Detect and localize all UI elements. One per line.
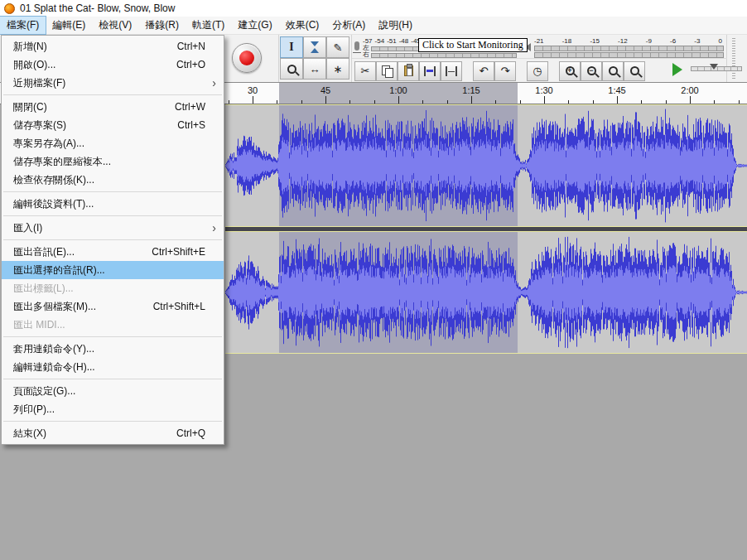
file-menu-item[interactable]: 檢查依存關係(K)... bbox=[2, 171, 224, 189]
silence-button[interactable] bbox=[441, 61, 462, 81]
ruler-tick bbox=[301, 100, 302, 104]
toolbar-grip[interactable] bbox=[732, 38, 735, 80]
menu-item-shortcut: Ctrl+N bbox=[177, 41, 205, 52]
ruler-tick bbox=[617, 96, 618, 104]
ruler-tick bbox=[641, 100, 642, 104]
playback-speed-slider[interactable] bbox=[691, 66, 742, 71]
menu-item-label: 開啟(O)... bbox=[13, 58, 55, 72]
menubar-item[interactable]: 建立(G) bbox=[231, 17, 278, 34]
file-menu-item[interactable]: 編輯後設資料(T)... bbox=[2, 195, 224, 213]
file-menu-item[interactable]: 編輯連鎖命令(H)... bbox=[2, 358, 224, 376]
audacity-logo-icon bbox=[4, 3, 15, 14]
paste-button[interactable] bbox=[398, 61, 419, 81]
zoom-out-button[interactable]: − bbox=[581, 61, 602, 81]
menubar-item[interactable]: 檢視(V) bbox=[92, 17, 138, 34]
menubar-item[interactable]: 播錄(R) bbox=[138, 17, 186, 34]
file-menu-item[interactable]: 儲存專案的壓縮複本... bbox=[2, 152, 224, 171]
ruler-tick-label: 45 bbox=[320, 85, 330, 95]
silence-icon bbox=[446, 66, 457, 76]
zoom-sign-label: − bbox=[589, 67, 593, 75]
selection-tool-icon: I bbox=[289, 41, 293, 53]
zoom-selection-button[interactable] bbox=[602, 61, 624, 81]
toolbar-spacer bbox=[516, 70, 526, 71]
zoom-fit-button[interactable] bbox=[624, 61, 645, 81]
file-menu-item[interactable]: 儲存專案(S)Ctrl+S bbox=[2, 116, 224, 134]
meter-scale-label: -9 bbox=[646, 37, 652, 45]
menu-separator bbox=[3, 379, 222, 379]
timeshift-tool-icon: ↔ bbox=[310, 64, 320, 75]
monitoring-tooltip[interactable]: Click to Start Monitoring bbox=[418, 38, 528, 52]
window-title: 01 Splat the Cat- Blow, Snow, Blow bbox=[20, 2, 175, 14]
ruler-tick-label: 30 bbox=[248, 85, 258, 95]
menu-separator bbox=[3, 215, 222, 216]
output-meter: -21-18-15-12-9-6-30 bbox=[523, 36, 725, 58]
menu-item-label: 列印(P)... bbox=[13, 403, 55, 417]
zoom-tool-button[interactable] bbox=[280, 58, 303, 80]
multi-tool-button[interactable]: ∗ bbox=[326, 58, 349, 80]
copy-button[interactable] bbox=[376, 61, 398, 81]
toolbar-spacer bbox=[462, 70, 472, 71]
menu-item-shortcut: Ctrl+O bbox=[176, 59, 205, 70]
menubar-item[interactable]: 檔案(F) bbox=[0, 17, 46, 34]
meter-scale-label: -48 bbox=[399, 37, 409, 45]
record-button[interactable] bbox=[232, 43, 262, 73]
track-2-waveform[interactable] bbox=[225, 232, 747, 353]
meter-scale-label: -54 bbox=[375, 37, 385, 45]
file-menu-item: 匯出標籤(L)... bbox=[2, 279, 224, 297]
edit-toolbar: ✂↶↷◷+− bbox=[354, 60, 644, 81]
play-at-speed-button[interactable] bbox=[672, 63, 682, 76]
ruler-tick bbox=[495, 100, 496, 104]
file-menu-item[interactable]: 匯出音訊(E)...Ctrl+Shift+E bbox=[2, 243, 224, 261]
menubar-item[interactable]: 分析(A) bbox=[325, 17, 372, 34]
tools-toolbar: I✎↔∗ bbox=[280, 36, 349, 80]
ruler-tick bbox=[253, 96, 253, 104]
menubar-item[interactable]: 編輯(E) bbox=[46, 17, 92, 34]
file-menu-item[interactable]: 列印(P)... bbox=[2, 400, 224, 418]
cut-button[interactable]: ✂ bbox=[354, 61, 376, 81]
menu-item-label: 結束(X) bbox=[13, 427, 46, 441]
menu-item-label: 匯出音訊(E)... bbox=[13, 245, 75, 259]
zoom-out-icon: − bbox=[587, 66, 596, 75]
menubar-item[interactable]: 軌道(T) bbox=[186, 17, 231, 34]
track-2[interactable] bbox=[225, 232, 747, 353]
file-menu-item[interactable]: 新增(N)Ctrl+N bbox=[2, 37, 224, 56]
slider-thumb-icon[interactable] bbox=[710, 64, 718, 70]
file-menu-item[interactable]: 匯入(I)› bbox=[2, 219, 224, 237]
redo-button[interactable]: ↷ bbox=[494, 61, 516, 81]
track-1-waveform[interactable] bbox=[225, 105, 747, 226]
file-menu-item[interactable]: 近期檔案(F)› bbox=[2, 74, 224, 92]
meter-scale-label: -21 bbox=[534, 37, 544, 45]
menubar-item[interactable]: 說明(H) bbox=[372, 17, 419, 34]
zoom-selection-icon bbox=[609, 66, 618, 75]
menu-item-label: 儲存專案(S) bbox=[13, 118, 66, 133]
timeshift-tool-button[interactable]: ↔ bbox=[303, 58, 326, 80]
menubar-item[interactable]: 效果(C) bbox=[279, 17, 326, 34]
ruler-tick-label: 2:00 bbox=[681, 85, 698, 95]
file-menu-item[interactable]: 頁面設定(G)... bbox=[2, 382, 224, 400]
microphone-icon bbox=[354, 41, 359, 51]
draw-tool-button[interactable]: ✎ bbox=[326, 36, 349, 58]
ruler-tick bbox=[447, 100, 448, 104]
file-menu-item[interactable]: 匯出多個檔案(M)...Ctrl+Shift+L bbox=[2, 297, 224, 316]
cut-icon: ✂ bbox=[361, 65, 370, 76]
file-menu-item[interactable]: 專案另存為(A)... bbox=[2, 134, 224, 152]
undo-button[interactable]: ↶ bbox=[473, 61, 494, 81]
timer-button[interactable]: ◷ bbox=[527, 61, 548, 81]
envelope-tool-icon bbox=[309, 41, 320, 53]
selection-tool-button[interactable]: I bbox=[280, 36, 303, 58]
trim-button[interactable] bbox=[419, 61, 441, 81]
file-menu-item[interactable]: 關閉(C)Ctrl+W bbox=[2, 98, 224, 116]
audacity-window: 01 Splat the Cat- Blow, Snow, Blow 檔案(F)… bbox=[0, 0, 747, 560]
multi-tool-icon: ∗ bbox=[334, 64, 343, 75]
zoom-in-button[interactable]: + bbox=[559, 61, 581, 81]
menu-item-label: 儲存專案的壓縮複本... bbox=[13, 155, 111, 169]
file-menu-item[interactable]: 開啟(O)...Ctrl+O bbox=[2, 56, 224, 74]
menu-item-label: 匯出標籤(L)... bbox=[13, 282, 74, 296]
track-1[interactable] bbox=[225, 105, 747, 226]
file-menu-item[interactable]: 結束(X)Ctrl+Q bbox=[2, 424, 224, 442]
ruler-tick bbox=[349, 100, 350, 104]
file-menu-item[interactable]: 套用連鎖命令(Y)... bbox=[2, 340, 224, 358]
envelope-tool-button[interactable] bbox=[303, 36, 326, 58]
file-menu-item[interactable]: 匯出選擇的音訊(R)... bbox=[2, 261, 224, 279]
ruler-tick bbox=[229, 100, 229, 104]
